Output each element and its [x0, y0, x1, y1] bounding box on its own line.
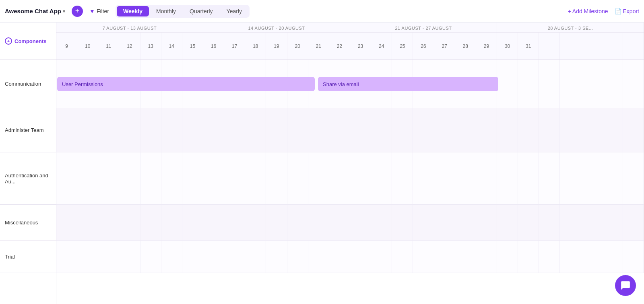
day-28: 28 — [455, 33, 476, 60]
day-numbers-2: 23 24 25 26 27 28 29 — [350, 33, 497, 60]
week-col-misc-0 — [56, 205, 203, 240]
week-col-at-0 — [56, 108, 203, 152]
task-user-permissions-label: User Permissions — [62, 81, 103, 87]
week-col-misc-3 — [497, 205, 644, 240]
week-group-3: 28 AUGUST - 3 SE... 30 31 — [497, 23, 644, 60]
day-29: 29 — [476, 33, 497, 60]
week-col-auth-1 — [203, 152, 350, 204]
day-25: 25 — [392, 33, 413, 60]
filter-icon: ▼ — [89, 8, 95, 14]
task-share-via-email-label: Share via email — [323, 81, 359, 87]
week-col-misc-1 — [203, 205, 350, 240]
row-label-miscellaneous: Miscellaneous — [0, 205, 56, 241]
week-col-at-1 — [203, 108, 350, 152]
day-31: 31 — [518, 33, 539, 60]
week-label-1: 14 AUGUST - 20 AUGUST — [203, 23, 350, 33]
day-11: 11 — [98, 33, 119, 60]
day-15: 15 — [182, 33, 203, 60]
day-empty4 — [602, 33, 623, 60]
day-numbers-3: 30 31 — [497, 33, 644, 60]
week-col-auth-2 — [350, 152, 497, 204]
task-user-permissions[interactable]: User Permissions — [57, 77, 315, 91]
day-27: 27 — [434, 33, 455, 60]
export-button[interactable]: 📄 Export — [615, 8, 639, 14]
gantt-header: 7 AUGUST - 13 AUGUST 9 10 11 12 13 14 15… — [56, 23, 644, 60]
day-23: 23 — [350, 33, 371, 60]
filter-label: Filter — [97, 8, 109, 14]
gantt-labels: + Components Communication Administer Te… — [0, 23, 56, 304]
toolbar: Awesome Chat App ▾ + ▼ Filter Weekly Mon… — [0, 0, 644, 23]
day-numbers-1: 16 17 18 19 20 21 22 — [203, 33, 350, 60]
day-18: 18 — [245, 33, 266, 60]
row-label-trial: Trial — [0, 241, 56, 273]
week-col-trial-0 — [56, 241, 203, 273]
row-label-communication: Communication — [0, 60, 56, 108]
view-tabs: Weekly Monthly Quarterly Yearly — [116, 5, 250, 18]
gantt-container: + Components Communication Administer Te… — [0, 23, 644, 304]
add-milestone-button[interactable]: + Add Milestone — [568, 8, 608, 14]
day-26: 26 — [413, 33, 434, 60]
week-col-comm-3 — [497, 60, 644, 108]
day-9: 9 — [56, 33, 77, 60]
tab-quarterly[interactable]: Quarterly — [183, 6, 219, 16]
day-14: 14 — [161, 33, 182, 60]
day-12: 12 — [119, 33, 140, 60]
gantt-grid: 7 AUGUST - 13 AUGUST 9 10 11 12 13 14 15… — [56, 23, 644, 304]
day-21: 21 — [308, 33, 329, 60]
row-trial — [56, 241, 644, 273]
app-name: Awesome Chat App — [5, 8, 61, 14]
tab-weekly[interactable]: Weekly — [117, 6, 149, 16]
row-administer-team — [56, 108, 644, 152]
week-label-2: 21 AUGUST - 27 AUGUST — [350, 23, 497, 33]
week-col-trial-1 — [203, 241, 350, 273]
components-icon: + — [5, 37, 12, 45]
row-label-authentication: Authentication and Au... — [0, 152, 56, 205]
components-header: + Components — [0, 23, 56, 60]
add-button[interactable]: + — [72, 6, 83, 17]
add-milestone-label: + Add Milestone — [568, 8, 608, 14]
export-icon: 📄 — [615, 8, 621, 14]
task-share-via-email[interactable]: Share via email — [318, 77, 498, 91]
week-col-at-3 — [497, 108, 644, 152]
chat-icon — [620, 280, 631, 291]
row-miscellaneous — [56, 205, 644, 241]
week-col-trial-2 — [350, 241, 497, 273]
components-label: Components — [14, 38, 46, 44]
tab-yearly[interactable]: Yearly — [220, 6, 248, 16]
day-20: 20 — [287, 33, 308, 60]
week-col-at-2 — [350, 108, 497, 152]
day-empty1 — [539, 33, 560, 60]
day-13: 13 — [140, 33, 161, 60]
day-30: 30 — [497, 33, 518, 60]
day-16: 16 — [203, 33, 224, 60]
day-19: 19 — [266, 33, 287, 60]
week-col-trial-3 — [497, 241, 644, 273]
chevron-down-icon: ▾ — [63, 8, 65, 14]
week-label-0: 7 AUGUST - 13 AUGUST — [56, 23, 203, 33]
day-numbers-0: 9 10 11 12 13 14 15 — [56, 33, 203, 60]
week-group-1: 14 AUGUST - 20 AUGUST 16 17 18 19 20 21 … — [203, 23, 350, 60]
tab-monthly[interactable]: Monthly — [150, 6, 182, 16]
week-group-0: 7 AUGUST - 13 AUGUST 9 10 11 12 13 14 15 — [56, 23, 203, 60]
day-empty5 — [623, 33, 644, 60]
week-col-misc-2 — [350, 205, 497, 240]
export-label: Export — [623, 8, 639, 14]
day-10: 10 — [77, 33, 98, 60]
filter-button[interactable]: ▼ Filter — [89, 8, 109, 14]
app-name-container: Awesome Chat App ▾ — [5, 8, 65, 14]
day-empty3 — [581, 33, 602, 60]
week-label-3: 28 AUGUST - 3 SE... — [497, 23, 644, 33]
chat-bubble[interactable] — [615, 275, 636, 296]
day-17: 17 — [224, 33, 245, 60]
week-col-auth-3 — [497, 152, 644, 204]
row-communication: User Permissions Share via email — [56, 60, 644, 108]
toolbar-right: + Add Milestone 📄 Export — [568, 8, 639, 14]
day-24: 24 — [371, 33, 392, 60]
row-label-administer-team: Administer Team — [0, 108, 56, 152]
day-22: 22 — [329, 33, 350, 60]
row-authentication — [56, 152, 644, 205]
day-empty2 — [560, 33, 581, 60]
week-group-2: 21 AUGUST - 27 AUGUST 23 24 25 26 27 28 … — [350, 23, 497, 60]
gantt-body: User Permissions Share via email — [56, 60, 644, 273]
week-col-auth-0 — [56, 152, 203, 204]
